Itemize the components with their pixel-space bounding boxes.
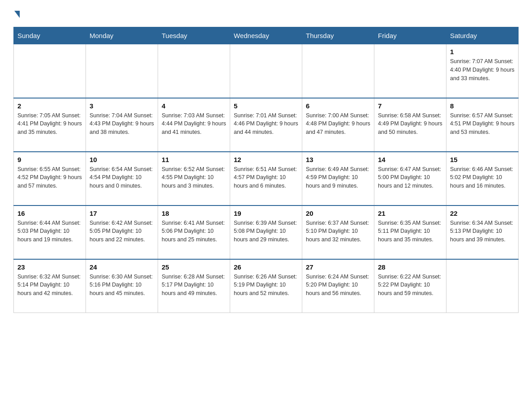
day-number: 1	[450, 48, 515, 56]
day-info: Sunrise: 6:34 AM Sunset: 5:13 PM Dayligh…	[450, 219, 515, 244]
day-number: 5	[234, 102, 298, 110]
day-number: 7	[378, 102, 442, 110]
calendar-cell	[374, 44, 446, 98]
day-info: Sunrise: 6:42 AM Sunset: 5:05 PM Dayligh…	[90, 219, 154, 244]
day-info: Sunrise: 6:41 AM Sunset: 5:06 PM Dayligh…	[162, 219, 226, 244]
logo	[13, 9, 20, 18]
weekday-header-saturday: Saturday	[446, 27, 519, 44]
day-number: 27	[306, 263, 370, 271]
day-number: 22	[450, 210, 515, 217]
day-info: Sunrise: 6:30 AM Sunset: 5:16 PM Dayligh…	[90, 273, 154, 298]
calendar-cell: 24Sunrise: 6:30 AM Sunset: 5:16 PM Dayli…	[86, 259, 158, 313]
calendar-cell	[446, 259, 519, 313]
weekday-header-wednesday: Wednesday	[230, 27, 302, 44]
day-number: 13	[306, 156, 370, 163]
day-info: Sunrise: 6:24 AM Sunset: 5:20 PM Dayligh…	[306, 273, 370, 298]
day-number: 14	[378, 156, 442, 163]
calendar-cell	[158, 44, 230, 98]
day-number: 3	[90, 102, 154, 110]
calendar-cell: 15Sunrise: 6:46 AM Sunset: 5:02 PM Dayli…	[446, 152, 519, 206]
day-info: Sunrise: 7:01 AM Sunset: 4:46 PM Dayligh…	[234, 111, 298, 137]
day-info: Sunrise: 6:39 AM Sunset: 5:08 PM Dayligh…	[234, 219, 298, 244]
day-number: 2	[17, 102, 82, 110]
weekday-header-monday: Monday	[86, 27, 158, 44]
calendar-cell: 6Sunrise: 7:00 AM Sunset: 4:48 PM Daylig…	[302, 98, 374, 152]
day-number: 6	[306, 102, 370, 110]
weekday-header-sunday: Sunday	[14, 27, 86, 44]
calendar-cell: 21Sunrise: 6:35 AM Sunset: 5:11 PM Dayli…	[374, 206, 446, 259]
calendar-cell: 14Sunrise: 6:47 AM Sunset: 5:00 PM Dayli…	[374, 152, 446, 206]
calendar-cell	[230, 44, 302, 98]
calendar-cell: 23Sunrise: 6:32 AM Sunset: 5:14 PM Dayli…	[14, 259, 86, 313]
calendar-cell: 16Sunrise: 6:44 AM Sunset: 5:03 PM Dayli…	[14, 206, 86, 259]
day-info: Sunrise: 6:47 AM Sunset: 5:00 PM Dayligh…	[378, 165, 442, 190]
day-info: Sunrise: 6:51 AM Sunset: 4:57 PM Dayligh…	[234, 165, 298, 190]
day-number: 10	[90, 156, 154, 163]
day-info: Sunrise: 6:35 AM Sunset: 5:11 PM Dayligh…	[378, 219, 442, 244]
day-number: 11	[162, 156, 226, 163]
calendar-cell: 13Sunrise: 6:49 AM Sunset: 4:59 PM Dayli…	[302, 152, 374, 206]
day-info: Sunrise: 7:00 AM Sunset: 4:48 PM Dayligh…	[306, 111, 370, 137]
day-number: 23	[17, 263, 82, 271]
day-info: Sunrise: 6:22 AM Sunset: 5:22 PM Dayligh…	[378, 273, 442, 298]
day-info: Sunrise: 6:52 AM Sunset: 4:55 PM Dayligh…	[162, 165, 226, 190]
day-info: Sunrise: 7:07 AM Sunset: 4:40 PM Dayligh…	[450, 57, 515, 82]
day-info: Sunrise: 6:28 AM Sunset: 5:17 PM Dayligh…	[162, 273, 226, 298]
day-number: 9	[17, 156, 82, 163]
page-header	[13, 9, 519, 18]
calendar-cell: 20Sunrise: 6:37 AM Sunset: 5:10 PM Dayli…	[302, 206, 374, 259]
day-number: 20	[306, 210, 370, 217]
day-number: 21	[378, 210, 442, 217]
calendar-cell: 12Sunrise: 6:51 AM Sunset: 4:57 PM Dayli…	[230, 152, 302, 206]
calendar-cell	[86, 44, 158, 98]
calendar-cell: 19Sunrise: 6:39 AM Sunset: 5:08 PM Dayli…	[230, 206, 302, 259]
calendar-cell: 22Sunrise: 6:34 AM Sunset: 5:13 PM Dayli…	[446, 206, 519, 259]
day-info: Sunrise: 6:37 AM Sunset: 5:10 PM Dayligh…	[306, 219, 370, 244]
calendar-cell: 8Sunrise: 6:57 AM Sunset: 4:51 PM Daylig…	[446, 98, 519, 152]
logo-arrow-icon	[14, 11, 20, 18]
day-number: 19	[234, 210, 298, 217]
day-number: 25	[162, 263, 226, 271]
day-info: Sunrise: 6:26 AM Sunset: 5:19 PM Dayligh…	[234, 273, 298, 298]
day-number: 26	[234, 263, 298, 271]
day-info: Sunrise: 6:46 AM Sunset: 5:02 PM Dayligh…	[450, 165, 515, 190]
weekday-header-friday: Friday	[374, 27, 446, 44]
calendar-cell: 2Sunrise: 7:05 AM Sunset: 4:41 PM Daylig…	[14, 98, 86, 152]
day-info: Sunrise: 7:03 AM Sunset: 4:44 PM Dayligh…	[162, 111, 226, 137]
day-info: Sunrise: 7:04 AM Sunset: 4:43 PM Dayligh…	[90, 111, 154, 137]
weekday-header-tuesday: Tuesday	[158, 27, 230, 44]
day-number: 15	[450, 156, 515, 163]
calendar-cell: 11Sunrise: 6:52 AM Sunset: 4:55 PM Dayli…	[158, 152, 230, 206]
calendar-cell: 27Sunrise: 6:24 AM Sunset: 5:20 PM Dayli…	[302, 259, 374, 313]
calendar-cell	[14, 44, 86, 98]
day-number: 12	[234, 156, 298, 163]
calendar-cell: 7Sunrise: 6:58 AM Sunset: 4:49 PM Daylig…	[374, 98, 446, 152]
calendar-cell: 25Sunrise: 6:28 AM Sunset: 5:17 PM Dayli…	[158, 259, 230, 313]
day-info: Sunrise: 6:32 AM Sunset: 5:14 PM Dayligh…	[17, 273, 82, 298]
day-number: 18	[162, 210, 226, 217]
day-info: Sunrise: 7:05 AM Sunset: 4:41 PM Dayligh…	[17, 111, 82, 137]
calendar-cell: 26Sunrise: 6:26 AM Sunset: 5:19 PM Dayli…	[230, 259, 302, 313]
calendar-table: SundayMondayTuesdayWednesdayThursdayFrid…	[13, 27, 519, 313]
day-number: 16	[17, 210, 82, 217]
calendar-cell: 18Sunrise: 6:41 AM Sunset: 5:06 PM Dayli…	[158, 206, 230, 259]
calendar-cell: 17Sunrise: 6:42 AM Sunset: 5:05 PM Dayli…	[86, 206, 158, 259]
day-number: 4	[162, 102, 226, 110]
day-info: Sunrise: 6:54 AM Sunset: 4:54 PM Dayligh…	[90, 165, 154, 190]
calendar-cell: 1Sunrise: 7:07 AM Sunset: 4:40 PM Daylig…	[446, 44, 519, 98]
calendar-cell	[302, 44, 374, 98]
day-number: 28	[378, 263, 442, 271]
day-number: 8	[450, 102, 515, 110]
calendar-cell: 28Sunrise: 6:22 AM Sunset: 5:22 PM Dayli…	[374, 259, 446, 313]
calendar-cell: 10Sunrise: 6:54 AM Sunset: 4:54 PM Dayli…	[86, 152, 158, 206]
calendar-cell: 3Sunrise: 7:04 AM Sunset: 4:43 PM Daylig…	[86, 98, 158, 152]
day-info: Sunrise: 6:58 AM Sunset: 4:49 PM Dayligh…	[378, 111, 442, 137]
day-info: Sunrise: 6:49 AM Sunset: 4:59 PM Dayligh…	[306, 165, 370, 190]
day-number: 24	[90, 263, 154, 271]
day-number: 17	[90, 210, 154, 217]
calendar-cell: 4Sunrise: 7:03 AM Sunset: 4:44 PM Daylig…	[158, 98, 230, 152]
calendar-cell: 9Sunrise: 6:55 AM Sunset: 4:52 PM Daylig…	[14, 152, 86, 206]
calendar-cell: 5Sunrise: 7:01 AM Sunset: 4:46 PM Daylig…	[230, 98, 302, 152]
day-info: Sunrise: 6:55 AM Sunset: 4:52 PM Dayligh…	[17, 165, 82, 190]
weekday-header-thursday: Thursday	[302, 27, 374, 44]
